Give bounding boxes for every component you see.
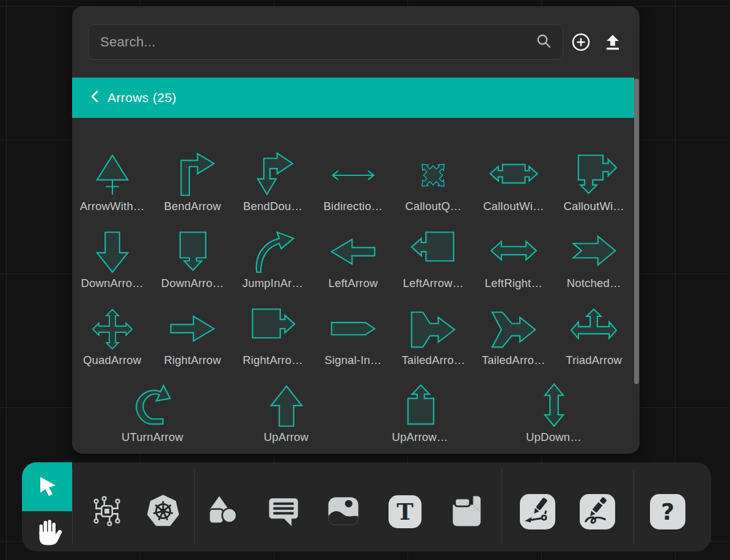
shape-item-tailedarrow2[interactable]: TailedArro… [473,299,553,376]
help-icon: ? [650,494,685,529]
comment-tool-button[interactable] [266,494,302,529]
shape-item-leftarrowcallout[interactable]: LeftArrow… [393,222,473,299]
kubernetes-icon [145,493,181,531]
shape-label: Bidirectio… [324,199,383,214]
shape-grid-row: DownArro… DownArro… JumpInAr… LeftArrow [72,222,634,299]
category-header-arrows[interactable]: Arrows (25) [72,78,634,118]
toolbar-divider [633,470,634,544]
shape-label: Signal-In… [324,353,382,368]
shapes-icon [206,494,240,530]
image-icon [326,494,360,530]
right-arrow-callout-shape-icon [247,307,299,352]
triad-arrow-shape-icon [568,307,619,352]
callout-horizontal-arrows-shape-icon [488,153,539,198]
shape-label: UpArrow [264,430,308,445]
note-icon [450,494,484,530]
shape-item-bidirectional[interactable]: Bidirectio… [313,145,393,222]
shapes-tool-button[interactable] [205,494,241,529]
shape-item-uturnarrow[interactable]: UTurnArrow [86,376,219,453]
down-arrow-shape-icon [87,230,138,275]
help-glyph: ? [661,498,674,525]
shape-library-panel: Arrows (25) ArrowWith… BendArrow Ben [72,6,640,454]
note-tool-button[interactable] [449,494,484,529]
shape-label: CalloutQ… [405,199,461,214]
shape-item-notchedrightarrow[interactable]: Notched… [554,222,634,299]
shape-item-arrowwithtail[interactable]: ArrowWith… [72,145,152,222]
shape-label: DownArro… [81,276,144,291]
shape-item-calloutwithrightdownarrows[interactable]: CalloutWi… [554,145,634,222]
shape-item-uparrow[interactable]: UpArrow [219,376,353,453]
shape-item-downarrow[interactable]: DownArro… [72,222,152,299]
up-arrow-shape-icon [261,384,312,429]
shape-label: JumpInAr… [243,276,303,291]
shape-grid-row: QuadArrow RightArrow RightArro… Signal-I… [72,299,634,376]
upload-button[interactable] [601,31,624,54]
shape-item-signalin[interactable]: Signal-In… [313,299,393,376]
toolbar-divider [194,470,195,544]
add-shape-button[interactable] [569,31,593,54]
search-box[interactable] [89,24,563,60]
bend-double-arrow-shape-icon [247,153,299,198]
shape-item-leftrightarrow[interactable]: LeftRight… [473,222,553,299]
toolbar-divider [72,470,73,544]
shape-label: TriadArrow [566,353,622,368]
shape-label: TailedArro… [401,353,465,368]
upload-icon [604,34,621,53]
shape-label: RightArrow [164,353,221,368]
shape-item-uparrowcallout[interactable]: UpArrow… [353,376,487,453]
left-arrow-shape-icon [327,230,379,275]
shape-label: QuadArrow [83,353,141,368]
image-tool-button[interactable] [326,494,361,529]
shape-item-rightarrow[interactable]: RightArrow [152,299,232,376]
search-input[interactable] [100,34,536,50]
panel-scrollbar-thumb[interactable] [634,79,639,384]
kubernetes-tool-button[interactable] [145,494,181,529]
shape-label: Notched… [567,276,621,291]
text-tool-button[interactable]: T [387,494,423,529]
right-arrow-shape-icon [167,307,218,352]
bidirectional-arrow-shape-icon [327,153,379,198]
shape-grid-row: ArrowWith… BendArrow BendDou… Bidirectio… [72,145,634,222]
draw-edge-tool-button[interactable] [520,494,555,529]
shape-label: TailedArro… [482,353,546,368]
shape-label: LeftRight… [485,276,543,291]
shape-item-quadarrow[interactable]: QuadArrow [72,299,152,376]
tailed-arrow-open-shape-icon [488,307,539,352]
shape-item-bendarrow[interactable]: BendArrow [152,145,232,222]
shape-item-calloutquadarrow[interactable]: CalloutQ… [393,145,473,222]
shape-item-downarrowcallout[interactable]: DownArro… [152,222,232,299]
left-arrow-callout-shape-icon [407,230,459,275]
shape-item-triadarrow[interactable]: TriadArrow [554,299,634,376]
draw-freehand-tool-button[interactable] [580,494,615,529]
shape-item-updownarrow[interactable]: UpDown… [487,376,621,453]
comment-icon [267,494,301,530]
help-button[interactable]: ? [650,494,685,529]
draw-freehand-icon [580,494,615,529]
shape-item-jumpinarrow[interactable]: JumpInAr… [233,222,313,299]
shape-item-rightarrowcallout[interactable]: RightArro… [233,299,313,376]
search-icon [536,33,552,51]
shape-item-tailedarrow1[interactable]: TailedArro… [393,299,473,376]
shape-item-calloutwithhorizontalarrows[interactable]: CalloutWi… [473,145,553,222]
topology-tool-button[interactable] [89,494,125,529]
notched-right-arrow-shape-icon [568,230,619,275]
text-tool-glyph: T [396,498,414,525]
tailed-arrow-shape-icon [407,307,459,352]
pan-tool-button[interactable] [22,511,72,551]
text-icon: T [389,495,422,528]
u-turn-arrow-shape-icon [127,384,178,429]
shape-label: UpArrow… [392,430,448,445]
shape-label: CalloutWi… [563,199,624,214]
topology-icon [90,494,124,530]
up-arrow-callout-shape-icon [395,384,446,429]
left-right-arrow-shape-icon [488,230,539,275]
select-tool-button[interactable] [22,462,72,511]
arrow-with-tail-shape-icon [87,153,138,198]
chevron-left-icon [90,90,99,105]
shape-label: LeftArrow… [403,276,464,291]
cursor-icon [34,473,60,501]
shape-label: UpDown… [526,430,582,445]
shape-item-leftarrow[interactable]: LeftArrow [313,222,393,299]
callout-quad-arrow-shape-icon [407,153,459,198]
shape-item-benddoublearrow[interactable]: BendDou… [233,145,313,222]
